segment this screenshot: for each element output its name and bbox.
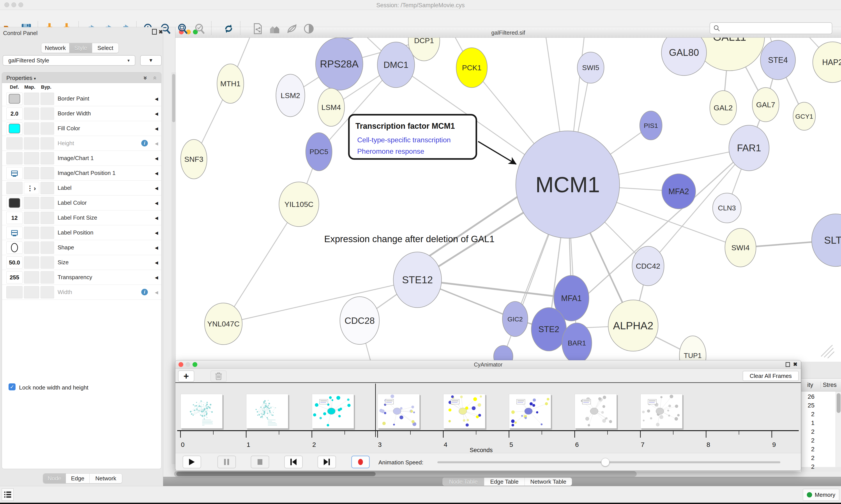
zoom-selected-icon[interactable] <box>194 22 206 35</box>
bypass-cell[interactable] <box>40 167 54 179</box>
default-value-cell[interactable] <box>6 122 22 134</box>
table-row[interactable]: 2 <box>801 428 836 437</box>
property-row-border-paint[interactable]: Border Paint◂ <box>2 91 161 106</box>
tab-edge[interactable]: Edge <box>66 473 90 483</box>
default-value-cell[interactable]: 255 <box>6 271 22 284</box>
table-row[interactable]: 2 <box>801 411 836 419</box>
scrollbar-thumb[interactable] <box>837 393 841 413</box>
expand-arrow-icon[interactable]: ◂ <box>155 229 158 236</box>
default-value-cell[interactable] <box>6 137 22 149</box>
tab-node-table[interactable]: Node Table <box>443 478 484 486</box>
resize-grip-icon[interactable] <box>824 348 833 357</box>
expand-arrow-icon[interactable]: ◂ <box>155 214 158 221</box>
annotation-link[interactable]: Cell-type-specific transcription <box>357 136 451 144</box>
property-row-height[interactable]: Heighti◂ <box>2 136 161 151</box>
nested-networks-icon[interactable] <box>269 22 281 35</box>
expand-arrow-icon[interactable]: ◂ <box>155 288 158 296</box>
bypass-cell[interactable] <box>40 212 54 224</box>
property-row-label-color[interactable]: Label Color◂ <box>2 196 161 211</box>
float-panel-icon[interactable] <box>152 29 157 35</box>
column-header-stress[interactable]: Stres <box>823 382 837 389</box>
properties-header[interactable]: Properties ▾ » « <box>2 72 161 83</box>
expand-arrow-icon[interactable]: ◂ <box>155 110 158 118</box>
info-icon[interactable]: i <box>141 140 148 146</box>
table-row[interactable]: 1 <box>801 419 836 428</box>
add-frame-button[interactable]: + <box>178 371 194 382</box>
table-row[interactable]: 2 <box>801 463 836 472</box>
default-value-cell[interactable] <box>6 227 22 239</box>
mapping-cell[interactable] <box>24 241 39 254</box>
expand-arrow-icon[interactable]: ◂ <box>155 244 158 251</box>
table-scrollbar[interactable] <box>836 392 841 467</box>
pause-button[interactable] <box>217 456 236 468</box>
table-horizontal-scrollbar[interactable] <box>174 471 637 477</box>
tab-network[interactable]: Network <box>41 43 69 53</box>
style-options-button[interactable]: ▼ <box>140 55 162 66</box>
step-back-button[interactable] <box>284 456 303 468</box>
animation-speed-slider[interactable] <box>437 461 780 463</box>
mapping-cell[interactable]: ⋮› <box>24 182 39 194</box>
mapping-cell[interactable] <box>24 93 39 105</box>
bypass-cell[interactable] <box>40 286 54 299</box>
default-value-cell[interactable]: 12 <box>6 212 22 224</box>
memory-button[interactable]: Memory <box>803 489 839 501</box>
table-row[interactable]: 2 <box>801 437 836 446</box>
default-value-cell[interactable] <box>6 93 22 105</box>
tab-select[interactable]: Select <box>92 43 119 53</box>
bypass-cell[interactable] <box>40 182 54 194</box>
tab-node[interactable]: Node <box>43 473 66 483</box>
mapping-cell[interactable] <box>24 212 39 224</box>
mapping-cell[interactable] <box>24 167 39 179</box>
refresh-layout-icon[interactable] <box>222 22 235 35</box>
column-divider[interactable] <box>821 382 821 389</box>
table-row[interactable]: 2 <box>801 454 836 463</box>
cyanimator-titlebar[interactable]: CyAnimator ✖ <box>175 360 801 369</box>
bypass-cell[interactable] <box>40 197 54 209</box>
property-row-image-chart-1[interactable]: Image/Chart 1◂ <box>2 151 161 166</box>
bypass-cell[interactable] <box>40 122 54 134</box>
lock-dimensions-checkbox[interactable]: ✓ <box>8 383 16 390</box>
table-row[interactable]: 2 <box>801 446 836 454</box>
mapping-cell[interactable] <box>24 256 39 269</box>
expand-arrow-icon[interactable]: ◂ <box>155 125 158 132</box>
expand-arrow-icon[interactable]: ◂ <box>155 140 158 147</box>
expand-arrow-icon[interactable]: ◂ <box>155 184 158 192</box>
bypass-cell[interactable] <box>40 93 54 105</box>
mapping-cell[interactable] <box>24 197 39 209</box>
mapping-cell[interactable] <box>24 137 39 149</box>
annotation-caption[interactable]: Expression change after deletion of GAL1 <box>324 234 495 244</box>
annotation-link[interactable]: Pheromone response <box>357 147 424 155</box>
property-row-label-font-size[interactable]: 12Label Font Size◂ <box>2 211 161 225</box>
property-row-size[interactable]: 50.0Size◂ <box>2 255 161 270</box>
contrast-icon[interactable] <box>303 22 315 35</box>
scrollbar-thumb[interactable] <box>172 74 175 122</box>
timeline[interactable]: 0123456789Seconds <box>175 383 801 453</box>
mapping-cell[interactable] <box>24 152 39 164</box>
default-value-cell[interactable] <box>6 197 22 209</box>
zoom-fit-icon[interactable] <box>177 22 189 35</box>
table-column-headers[interactable]: ity Stres <box>801 378 841 392</box>
table-rows[interactable]: 26252122222 <box>801 392 836 467</box>
bypass-cell[interactable] <box>40 256 54 269</box>
info-icon[interactable]: i <box>141 289 148 295</box>
expand-arrow-icon[interactable]: ◂ <box>155 95 158 103</box>
mapping-cell[interactable] <box>24 286 39 299</box>
network-document-icon[interactable] <box>251 22 264 35</box>
close-panel-icon[interactable]: ✖ <box>159 29 163 35</box>
collapse-all-icon[interactable]: « <box>151 76 159 80</box>
bypass-cell[interactable] <box>40 137 54 149</box>
property-row-fill-color[interactable]: Fill Color◂ <box>2 121 161 136</box>
slider-thumb[interactable] <box>601 458 609 466</box>
default-value-cell[interactable] <box>6 152 22 164</box>
mapping-cell[interactable] <box>24 227 39 239</box>
expand-arrow-icon[interactable]: ◂ <box>155 169 158 177</box>
playhead[interactable] <box>375 383 376 437</box>
property-row-transparency[interactable]: 255Transparency◂ <box>2 270 161 285</box>
column-header-connectivity[interactable]: ity <box>801 382 813 389</box>
bypass-cell[interactable] <box>40 271 54 284</box>
property-row-label-position[interactable]: Label Position◂ <box>2 225 161 240</box>
mapping-cell[interactable] <box>24 108 39 120</box>
style-selector[interactable]: galFiltered Style ▾ <box>3 55 135 66</box>
stop-button[interactable] <box>251 456 269 468</box>
tab-network-table[interactable]: Network Table <box>525 478 572 486</box>
